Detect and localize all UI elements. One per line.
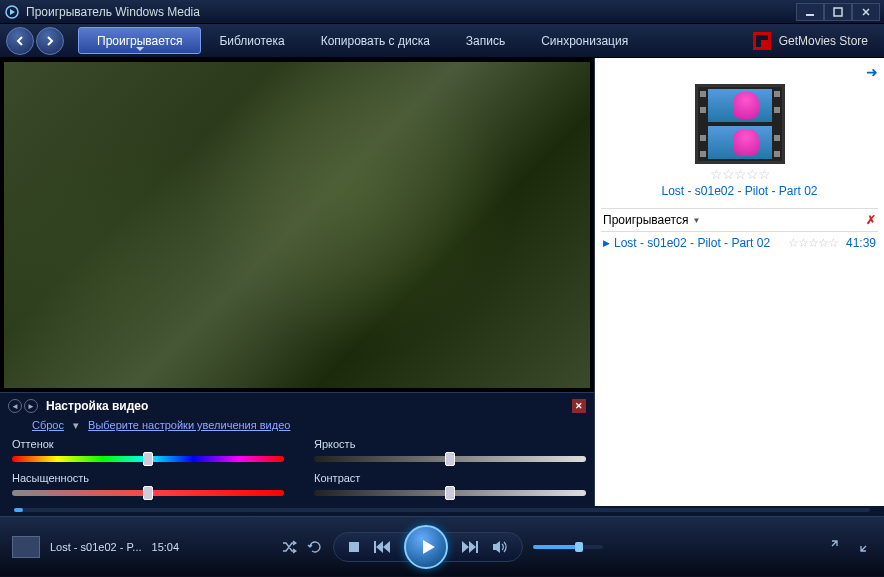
app-icon (4, 4, 20, 20)
repeat-button[interactable] (307, 539, 323, 555)
video-settings-panel: ◄ ► Настройка видео ✕ Сброс ▾ Выберите н… (0, 392, 594, 506)
maximize-button[interactable] (824, 3, 852, 21)
hue-slider[interactable]: Оттенок (12, 438, 284, 464)
close-button[interactable] (852, 3, 880, 21)
video-settings-title: Настройка видео (46, 399, 148, 413)
now-playing-time: 15:04 (152, 541, 180, 553)
reset-link[interactable]: Сброс (32, 419, 64, 431)
tab-library[interactable]: Библиотека (201, 24, 302, 57)
window-title: Проигрыватель Windows Media (26, 5, 200, 19)
shuffle-button[interactable] (281, 539, 297, 555)
playlist-panel: ➜ ☆☆☆☆☆ Lost - s01e02 - Pilot - Part 02 … (595, 58, 884, 506)
playlist-item-title: Lost - s01e02 - Pilot - Part 02 (614, 236, 770, 250)
zoom-settings-link[interactable]: Выберите настройки увеличения видео (88, 419, 290, 431)
chevron-down-icon: ▼ (692, 216, 700, 225)
next-button[interactable] (462, 541, 478, 553)
media-title[interactable]: Lost - s01e02 - Pilot - Part 02 (661, 184, 817, 198)
item-rating-stars[interactable]: ☆☆☆☆☆ (788, 236, 838, 250)
tab-now-playing[interactable]: Проигрывается (78, 27, 201, 54)
tab-rip[interactable]: Копировать с диска (303, 24, 448, 57)
link-separator: ▾ (73, 419, 79, 431)
mute-button[interactable] (492, 540, 508, 554)
store-link[interactable]: GetMovies Store (753, 32, 878, 50)
svg-rect-3 (349, 542, 359, 552)
album-art[interactable] (695, 84, 785, 164)
fullscreen-button[interactable] (860, 538, 872, 556)
tab-sync[interactable]: Синхронизация (523, 24, 646, 57)
settings-prev-button[interactable]: ◄ (8, 399, 22, 413)
minimize-button[interactable] (796, 3, 824, 21)
now-playing-indicator-icon: ▶ (603, 238, 610, 248)
seek-bar[interactable] (0, 506, 884, 516)
volume-slider[interactable] (533, 545, 603, 549)
svg-rect-5 (476, 541, 478, 553)
tab-burn[interactable]: Запись (448, 24, 523, 57)
playlist-expand-icon[interactable]: ➜ (866, 64, 878, 80)
settings-close-button[interactable]: ✕ (572, 399, 586, 413)
titlebar: Проигрыватель Windows Media (0, 0, 884, 24)
play-button[interactable] (404, 525, 448, 569)
contrast-slider[interactable]: Контраст (314, 472, 586, 498)
brightness-slider[interactable]: Яркость (314, 438, 586, 464)
svg-rect-4 (374, 541, 376, 553)
back-button[interactable] (6, 27, 34, 55)
rating-stars[interactable]: ☆☆☆☆☆ (710, 166, 770, 182)
video-viewport[interactable] (4, 62, 590, 388)
saturation-slider[interactable]: Насыщенность (12, 472, 284, 498)
now-playing-thumbnail[interactable] (12, 536, 40, 558)
playlist-header[interactable]: Проигрывается▼ ✗ (601, 208, 878, 232)
clear-playlist-button[interactable]: ✗ (866, 213, 876, 227)
store-icon (753, 32, 771, 50)
playlist-item-duration: 41:39 (846, 236, 876, 250)
stop-button[interactable] (348, 541, 360, 553)
now-playing-title: Lost - s01e02 - P... (50, 541, 142, 553)
forward-button[interactable] (36, 27, 64, 55)
previous-button[interactable] (374, 541, 390, 553)
svg-rect-2 (834, 8, 842, 16)
svg-rect-1 (806, 14, 814, 16)
compact-mode-button[interactable] (826, 538, 838, 556)
settings-next-button[interactable]: ► (24, 399, 38, 413)
toolbar: Проигрывается Библиотека Копировать с ди… (0, 24, 884, 58)
playback-controls: Lost - s01e02 - P... 15:04 (0, 516, 884, 576)
playlist-item[interactable]: ▶ Lost - s01e02 - Pilot - Part 02 ☆☆☆☆☆ … (601, 232, 878, 254)
